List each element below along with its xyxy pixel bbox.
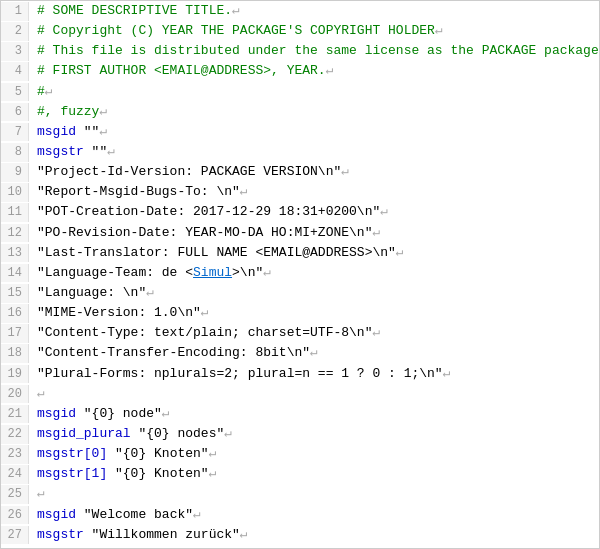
pilcrow-icon: ↵	[263, 265, 271, 280]
pilcrow-icon: ↵	[224, 426, 232, 441]
pilcrow-icon: ↵	[37, 486, 45, 501]
line-content: #, fuzzy↵	[29, 102, 599, 122]
table-row: 1# SOME DESCRIPTIVE TITLE.↵	[1, 1, 599, 21]
line-number: 2	[1, 22, 29, 41]
table-row: 7msgid ""↵	[1, 122, 599, 142]
line-number: 15	[1, 284, 29, 303]
pilcrow-icon: ↵	[372, 325, 380, 340]
line-content: "Last-Translator: FULL NAME <EMAIL@ADDRE…	[29, 243, 599, 263]
table-row: 18"Content-Transfer-Encoding: 8bit\n"↵	[1, 343, 599, 363]
table-row: 20↵	[1, 384, 599, 404]
pilcrow-icon: ↵	[201, 305, 209, 320]
table-row: 27msgstr "Willkommen zurück"↵	[1, 525, 599, 545]
line-number: 5	[1, 83, 29, 102]
line-content: # This file is distributed under the sam…	[29, 41, 600, 61]
table-row: 25↵	[1, 484, 599, 504]
line-number: 24	[1, 465, 29, 484]
code-lines: 1# SOME DESCRIPTIVE TITLE.↵2# Copyright …	[1, 1, 599, 545]
line-number: 7	[1, 123, 29, 142]
pilcrow-icon: ↵	[107, 144, 115, 159]
table-row: 17"Content-Type: text/plain; charset=UTF…	[1, 323, 599, 343]
line-number: 4	[1, 62, 29, 81]
string-value: "Welcome back"	[76, 507, 193, 522]
table-row: 26msgid "Welcome back"↵	[1, 505, 599, 525]
pilcrow-icon: ↵	[146, 285, 154, 300]
comment-text: # SOME DESCRIPTIVE TITLE.	[37, 3, 232, 18]
pilcrow-icon: ↵	[326, 63, 334, 78]
line-number: 19	[1, 365, 29, 384]
table-row: 16"MIME-Version: 1.0\n"↵	[1, 303, 599, 323]
table-row: 5#↵	[1, 82, 599, 102]
line-number: 14	[1, 264, 29, 283]
table-row: 11"POT-Creation-Date: 2017-12-29 18:31+0…	[1, 202, 599, 222]
line-content: "Report-Msgid-Bugs-To: \n"↵	[29, 182, 599, 202]
pilcrow-icon: ↵	[162, 406, 170, 421]
line-number: 20	[1, 385, 29, 404]
comment-text: # Copyright (C) YEAR THE PACKAGE'S COPYR…	[37, 23, 435, 38]
code-editor: 1# SOME DESCRIPTIVE TITLE.↵2# Copyright …	[0, 0, 600, 549]
string-value: "POT-Creation-Date: 2017-12-29 18:31+020…	[37, 204, 380, 219]
table-row: 9"Project-Id-Version: PACKAGE VERSION\n"…	[1, 162, 599, 182]
string-value: ""	[84, 144, 107, 159]
table-row: 21msgid "{0} node"↵	[1, 404, 599, 424]
string-value: "Content-Transfer-Encoding: 8bit\n"	[37, 345, 310, 360]
table-row: 15"Language: \n"↵	[1, 283, 599, 303]
line-content: "MIME-Version: 1.0\n"↵	[29, 303, 599, 323]
comment-text: # FIRST AUTHOR <EMAIL@ADDRESS>, YEAR.	[37, 63, 326, 78]
string-value: "MIME-Version: 1.0\n"	[37, 305, 201, 320]
string-value: "Content-Type: text/plain; charset=UTF-8…	[37, 325, 372, 340]
line-content: # Copyright (C) YEAR THE PACKAGE'S COPYR…	[29, 21, 599, 41]
line-number: 27	[1, 526, 29, 545]
line-content: msgid "Welcome back"↵	[29, 505, 599, 525]
line-number: 26	[1, 506, 29, 525]
line-number: 18	[1, 344, 29, 363]
pilcrow-icon: ↵	[435, 23, 443, 38]
string-value: "{0} Knoten"	[107, 446, 208, 461]
string-value: "PO-Revision-Date: YEAR-MO-DA HO:MI+ZONE…	[37, 225, 372, 240]
line-content: "Plural-Forms: nplurals=2; plural=n == 1…	[29, 364, 599, 384]
line-number: 23	[1, 445, 29, 464]
keyword-msgid: msgid	[37, 507, 76, 522]
line-content: "Content-Transfer-Encoding: 8bit\n"↵	[29, 343, 599, 363]
keyword-msgid: msgid	[37, 124, 76, 139]
line-content: msgid_plural "{0} nodes"↵	[29, 424, 599, 444]
line-number: 13	[1, 244, 29, 263]
line-content: "PO-Revision-Date: YEAR-MO-DA HO:MI+ZONE…	[29, 223, 599, 243]
comment-text: #	[37, 84, 45, 99]
line-number: 3	[1, 42, 29, 61]
table-row: 2# Copyright (C) YEAR THE PACKAGE'S COPY…	[1, 21, 599, 41]
line-content: # SOME DESCRIPTIVE TITLE.↵	[29, 1, 599, 21]
table-row: 12"PO-Revision-Date: YEAR-MO-DA HO:MI+ZO…	[1, 223, 599, 243]
line-content: msgstr[1] "{0} Knoten"↵	[29, 464, 599, 484]
pilcrow-icon: ↵	[310, 345, 318, 360]
comment-text: # This file is distributed under the sam…	[37, 43, 600, 58]
string-value: "{0} Knoten"	[107, 466, 208, 481]
line-content: #↵	[29, 82, 599, 102]
line-number: 17	[1, 324, 29, 343]
keyword-msgid: msgid	[37, 406, 76, 421]
table-row: 6#, fuzzy↵	[1, 102, 599, 122]
pilcrow-icon: ↵	[396, 245, 404, 260]
table-row: 19"Plural-Forms: nplurals=2; plural=n ==…	[1, 364, 599, 384]
table-row: 4# FIRST AUTHOR <EMAIL@ADDRESS>, YEAR.↵	[1, 61, 599, 81]
string-value: "Language-Team: de <Simul>\n"	[37, 265, 263, 280]
string-value: "Last-Translator: FULL NAME <EMAIL@ADDRE…	[37, 245, 396, 260]
pilcrow-icon: ↵	[341, 164, 349, 179]
line-number: 25	[1, 485, 29, 504]
table-row: 3# This file is distributed under the sa…	[1, 41, 599, 61]
line-content: msgid ""↵	[29, 122, 599, 142]
pilcrow-icon: ↵	[232, 3, 240, 18]
line-number: 9	[1, 163, 29, 182]
table-row: 23msgstr[0] "{0} Knoten"↵	[1, 444, 599, 464]
pilcrow-icon: ↵	[209, 466, 217, 481]
pilcrow-icon: ↵	[99, 124, 107, 139]
pilcrow-icon: ↵	[443, 366, 451, 381]
string-value: "{0} nodes"	[131, 426, 225, 441]
string-value: "Report-Msgid-Bugs-To: \n"	[37, 184, 240, 199]
line-content: ↵	[29, 484, 599, 504]
table-row: 8msgstr ""↵	[1, 142, 599, 162]
hyperlink[interactable]: Simul	[193, 265, 232, 280]
pilcrow-icon: ↵	[99, 104, 107, 119]
pilcrow-icon: ↵	[240, 184, 248, 199]
table-row: 14"Language-Team: de <Simul>\n"↵	[1, 263, 599, 283]
